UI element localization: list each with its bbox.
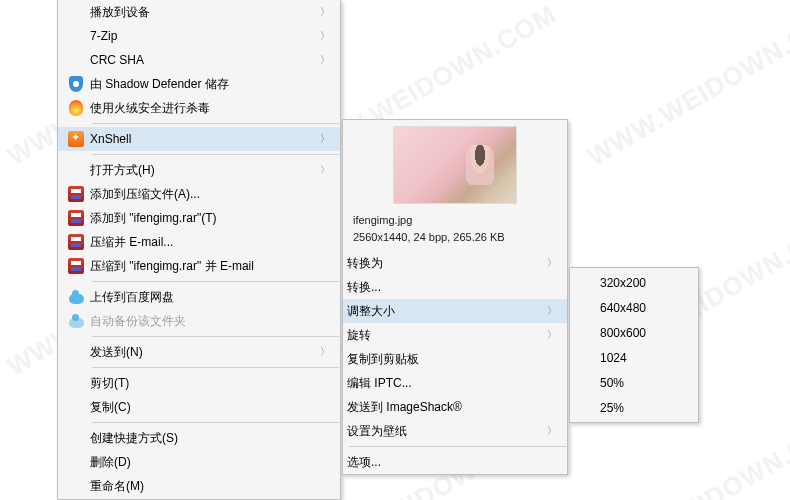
menu-create-shortcut[interactable]: 创建快捷方式(S) (58, 426, 340, 450)
submenu-arrow-icon: 〉 (320, 345, 330, 359)
menu-copy-clipboard[interactable]: 复制到剪贴板 (343, 347, 567, 371)
blank-icon (62, 26, 90, 46)
menu-label: 重命名(M) (90, 478, 330, 495)
blank-icon (62, 452, 90, 472)
menu-label: 自动备份该文件夹 (90, 313, 330, 330)
resize-25pct[interactable]: 25% (570, 395, 698, 420)
menu-label: 320x200 (600, 276, 688, 290)
menu-label: 压缩并 E-mail... (90, 234, 330, 251)
cloud-icon (62, 311, 90, 331)
menu-rename[interactable]: 重命名(M) (58, 474, 340, 498)
winrar-icon (62, 232, 90, 252)
menu-label: 640x480 (600, 301, 688, 315)
menu-crc-sha[interactable]: CRC SHA 〉 (58, 48, 340, 72)
menu-label: 旋转 (347, 327, 539, 344)
submenu-arrow-icon: 〉 (320, 163, 330, 177)
menu-upload-baidu[interactable]: 上传到百度网盘 (58, 285, 340, 309)
menu-separator (92, 154, 339, 155)
xnshell-icon (62, 129, 90, 149)
submenu-arrow-icon: 〉 (320, 5, 330, 19)
image-info: ifengimg.jpg 2560x1440, 24 bpp, 265.26 K… (343, 210, 567, 251)
cloud-icon (62, 287, 90, 307)
menu-add-to-rar[interactable]: 添加到 "ifengimg.rar"(T) (58, 206, 340, 230)
menu-copy[interactable]: 复制(C) (58, 395, 340, 419)
menu-label: 调整大小 (347, 303, 539, 320)
menu-add-to-archive[interactable]: 添加到压缩文件(A)... (58, 182, 340, 206)
menu-separator (349, 446, 566, 447)
blank-icon (62, 2, 90, 22)
menu-label: 800x600 (600, 326, 688, 340)
menu-cut[interactable]: 剪切(T) (58, 371, 340, 395)
menu-label: 添加到压缩文件(A)... (90, 186, 330, 203)
menu-label: 使用火绒安全进行杀毒 (90, 100, 330, 117)
menu-label: 50% (600, 376, 688, 390)
menu-label: 7-Zip (90, 29, 312, 43)
submenu-arrow-icon: 〉 (547, 304, 557, 318)
menu-send-to[interactable]: 发送到(N) 〉 (58, 340, 340, 364)
menu-huorong-scan[interactable]: 使用火绒安全进行杀毒 (58, 96, 340, 120)
menu-label: 编辑 IPTC... (347, 375, 557, 392)
menu-label: 1024 (600, 351, 688, 365)
shield-icon (62, 74, 90, 94)
menu-separator (92, 281, 339, 282)
menu-set-wallpaper[interactable]: 设置为壁纸 〉 (343, 419, 567, 443)
menu-label: XnShell (90, 132, 312, 146)
blank-icon (62, 397, 90, 417)
menu-label: 上传到百度网盘 (90, 289, 330, 306)
menu-label: 复制到剪贴板 (347, 351, 557, 368)
menu-label: 删除(D) (90, 454, 330, 471)
resize-submenu: 320x200 640x480 800x600 1024 50% 25% (569, 267, 699, 423)
context-menu-primary: 播放到设备 〉 7-Zip 〉 CRC SHA 〉 由 Shadow Defen… (57, 0, 341, 500)
image-thumbnail (393, 126, 517, 204)
menu-resize[interactable]: 调整大小 〉 (343, 299, 567, 323)
menu-label: 剪切(T) (90, 375, 330, 392)
blank-icon (62, 428, 90, 448)
submenu-arrow-icon: 〉 (320, 132, 330, 146)
menu-options[interactable]: 选项... (343, 450, 567, 474)
filename-text: ifengimg.jpg (353, 212, 557, 229)
blank-icon (62, 160, 90, 180)
menu-convert[interactable]: 转换... (343, 275, 567, 299)
menu-label: 打开方式(H) (90, 162, 312, 179)
winrar-icon (62, 184, 90, 204)
menu-xnshell[interactable]: XnShell 〉 (58, 127, 340, 151)
menu-label: 设置为壁纸 (347, 423, 539, 440)
resize-50pct[interactable]: 50% (570, 370, 698, 395)
menu-delete[interactable]: 删除(D) (58, 450, 340, 474)
submenu-arrow-icon: 〉 (547, 424, 557, 438)
menu-shadow-defender[interactable]: 由 Shadow Defender 储存 (58, 72, 340, 96)
metadata-text: 2560x1440, 24 bpp, 265.26 KB (353, 229, 557, 246)
menu-label: 由 Shadow Defender 储存 (90, 76, 330, 93)
menu-label: 添加到 "ifengimg.rar"(T) (90, 210, 330, 227)
menu-label: 创建快捷方式(S) (90, 430, 330, 447)
resize-320x200[interactable]: 320x200 (570, 270, 698, 295)
menu-separator (92, 367, 339, 368)
resize-640x480[interactable]: 640x480 (570, 295, 698, 320)
menu-label: 25% (600, 401, 688, 415)
submenu-arrow-icon: 〉 (547, 328, 557, 342)
menu-send-imageshack[interactable]: 发送到 ImageShack® (343, 395, 567, 419)
menu-rotate[interactable]: 旋转 〉 (343, 323, 567, 347)
resize-1024[interactable]: 1024 (570, 345, 698, 370)
menu-separator (92, 336, 339, 337)
winrar-icon (62, 208, 90, 228)
winrar-icon (62, 256, 90, 276)
menu-compress-email[interactable]: 压缩并 E-mail... (58, 230, 340, 254)
flame-icon (62, 98, 90, 118)
blank-icon (62, 50, 90, 70)
menu-open-with[interactable]: 打开方式(H) 〉 (58, 158, 340, 182)
menu-label: 复制(C) (90, 399, 330, 416)
menu-play-to-device[interactable]: 播放到设备 〉 (58, 0, 340, 24)
menu-7zip[interactable]: 7-Zip 〉 (58, 24, 340, 48)
menu-edit-iptc[interactable]: 编辑 IPTC... (343, 371, 567, 395)
menu-compress-rar-email[interactable]: 压缩到 "ifengimg.rar" 并 E-mail (58, 254, 340, 278)
xnshell-submenu: ifengimg.jpg 2560x1440, 24 bpp, 265.26 K… (342, 119, 568, 475)
menu-label: 转换为 (347, 255, 539, 272)
resize-800x600[interactable]: 800x600 (570, 320, 698, 345)
blank-icon (62, 476, 90, 496)
menu-separator (92, 422, 339, 423)
blank-icon (62, 342, 90, 362)
menu-label: 发送到(N) (90, 344, 312, 361)
menu-label: 压缩到 "ifengimg.rar" 并 E-mail (90, 258, 330, 275)
menu-convert-to[interactable]: 转换为 〉 (343, 251, 567, 275)
